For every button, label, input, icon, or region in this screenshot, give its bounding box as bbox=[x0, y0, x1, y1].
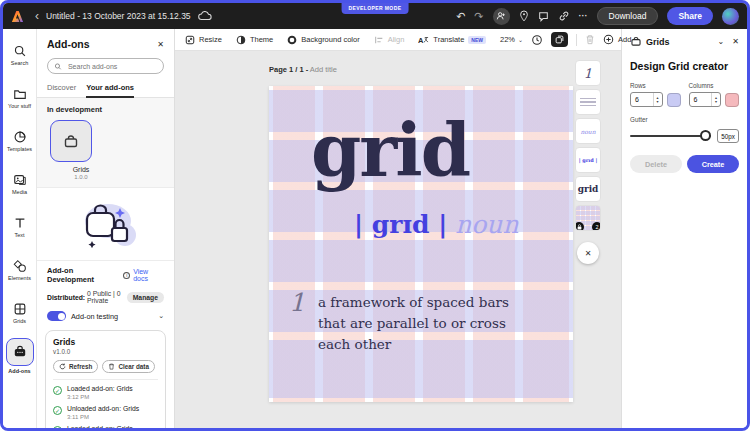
trash-icon bbox=[108, 363, 115, 370]
invite-people-icon[interactable] bbox=[493, 8, 510, 25]
manage-button[interactable]: Manage bbox=[127, 292, 164, 303]
create-button[interactable]: Create bbox=[687, 155, 739, 173]
avatar[interactable] bbox=[722, 8, 739, 25]
more-options-icon[interactable]: ··· bbox=[579, 12, 588, 21]
layer-thumb-paragraph[interactable] bbox=[575, 89, 601, 115]
artwork-definition[interactable]: a framework of spaced bars that are para… bbox=[318, 292, 509, 355]
lock-icon bbox=[575, 222, 584, 231]
success-check-icon: ✓ bbox=[53, 426, 62, 428]
success-check-icon: ✓ bbox=[53, 386, 62, 395]
layer-thumb-noun[interactable]: noun bbox=[575, 118, 601, 144]
search-input[interactable] bbox=[66, 62, 157, 71]
artwork-word[interactable]: grid bbox=[311, 108, 469, 193]
translate-button[interactable]: A Translate NEW bbox=[418, 35, 486, 45]
delete-icon bbox=[585, 34, 595, 45]
comment-icon[interactable] bbox=[538, 11, 549, 22]
page-title-placeholder[interactable]: Add title bbox=[310, 65, 337, 74]
back-chevron-icon[interactable]: ‹ bbox=[35, 10, 39, 22]
tile-label: Grids bbox=[60, 166, 102, 173]
folder-icon bbox=[13, 87, 27, 101]
add-on-dev-tools-button[interactable] bbox=[551, 32, 568, 47]
adobe-logo[interactable] bbox=[11, 10, 24, 23]
stepper-arrows[interactable]: ▴▾ bbox=[653, 93, 662, 106]
canvas-toolbar: Resize Theme Background color Align A Tr… bbox=[175, 29, 621, 51]
columns-stepper[interactable]: 6 ▴▾ bbox=[689, 92, 722, 107]
grids-add-on-panel: Grids ⌄ ✕ Design Grid creator Rows 6 ▴▾ bbox=[621, 29, 747, 428]
rows-color-swatch[interactable] bbox=[667, 93, 681, 107]
sidebar-item-your-stuff[interactable]: Your stuff bbox=[3, 76, 37, 119]
panel-tabs: Discover Your add-ons bbox=[37, 80, 174, 98]
clear-data-button[interactable]: Clear data bbox=[102, 360, 154, 373]
columns-color-swatch[interactable] bbox=[725, 93, 739, 107]
close-panel-icon[interactable]: ✕ bbox=[157, 40, 164, 49]
refresh-icon bbox=[59, 363, 66, 370]
gutter-value-field[interactable]: 50px bbox=[717, 129, 739, 143]
cloud-sync-icon bbox=[198, 11, 212, 21]
sidebar-item-add-ons[interactable]: Add-ons bbox=[3, 334, 37, 377]
layer-thumb-number[interactable]: 1 bbox=[575, 60, 601, 86]
rows-stepper[interactable]: 6 ▴▾ bbox=[630, 92, 663, 107]
sidebar-item-grids[interactable]: Grids bbox=[3, 291, 37, 334]
background-color-button[interactable]: Background color bbox=[287, 35, 359, 45]
sidebar-item-templates[interactable]: Templates bbox=[3, 119, 37, 162]
resize-button[interactable]: Resize bbox=[185, 35, 222, 45]
canvas-area: Resize Theme Background color Align A Tr… bbox=[175, 29, 621, 428]
view-docs-link[interactable]: View docs bbox=[133, 268, 164, 282]
add-on-icon bbox=[630, 36, 642, 47]
search-add-ons-field[interactable] bbox=[47, 58, 164, 74]
add-on-testing-toggle[interactable] bbox=[47, 311, 66, 321]
layer-thumb-grid[interactable]: 2 bbox=[575, 205, 601, 231]
align-button: Align bbox=[374, 35, 405, 45]
stepper-arrows[interactable]: ▴▾ bbox=[711, 93, 720, 106]
gutter-slider-track[interactable] bbox=[630, 135, 711, 137]
add-icon bbox=[603, 34, 614, 45]
add-button[interactable]: Add bbox=[603, 34, 631, 45]
collapse-chevron-icon[interactable]: ⌄ bbox=[718, 37, 725, 46]
background-color-icon bbox=[287, 35, 297, 45]
page-label: Page 1 / 1 - Add title bbox=[269, 65, 337, 74]
add-ons-icon bbox=[13, 345, 27, 358]
undo-icon[interactable]: ↶ bbox=[456, 11, 465, 22]
design-grid-creator-heading: Design Grid creator bbox=[630, 60, 739, 72]
sidebar-item-elements[interactable]: Elements bbox=[3, 248, 37, 291]
theme-icon bbox=[236, 35, 246, 45]
link-icon[interactable] bbox=[558, 10, 570, 22]
resize-icon bbox=[185, 35, 195, 45]
add-on-tile-icon bbox=[63, 134, 79, 149]
artwork-sense-number[interactable]: 1 bbox=[289, 288, 305, 317]
close-selection-button[interactable]: ✕ bbox=[577, 242, 599, 264]
share-button[interactable]: Share bbox=[667, 7, 713, 25]
theme-button[interactable]: Theme bbox=[236, 35, 273, 45]
artboard[interactable]: grid | grɪd | noun 1 a framework of spac… bbox=[269, 86, 573, 402]
pin-icon[interactable] bbox=[519, 10, 529, 22]
sidebar-item-media[interactable]: Media bbox=[3, 162, 37, 205]
document-title[interactable]: Untitled - 13 October 2023 at 15.12.35 bbox=[46, 11, 191, 21]
history-icon[interactable] bbox=[531, 34, 543, 46]
sidebar-item-text[interactable]: Text bbox=[3, 205, 37, 248]
card-add-on-version: v1.0.0 bbox=[53, 348, 158, 355]
media-icon bbox=[13, 173, 27, 187]
layer-thumb-word[interactable]: grid bbox=[575, 176, 601, 202]
redo-icon[interactable]: ↷ bbox=[474, 11, 483, 22]
card-add-on-name: Grids bbox=[53, 337, 158, 347]
refresh-button[interactable]: Refresh bbox=[53, 360, 98, 373]
download-button[interactable]: Download bbox=[597, 7, 659, 25]
add-ons-panel: Add-ons ✕ Discover Your add-ons In devel… bbox=[37, 29, 175, 428]
chevron-down-icon[interactable]: ⌄ bbox=[158, 312, 164, 320]
grids-add-on-tile[interactable] bbox=[50, 120, 92, 162]
search-icon bbox=[13, 44, 27, 58]
align-icon bbox=[374, 35, 384, 45]
close-panel-icon[interactable]: ✕ bbox=[732, 37, 739, 46]
gutter-slider-knob[interactable] bbox=[700, 130, 711, 141]
delete-button[interactable]: Delete bbox=[630, 155, 682, 173]
zoom-control[interactable]: 22% ⌄ bbox=[500, 35, 523, 44]
chevron-down-icon: ⌄ bbox=[518, 36, 523, 43]
artwork-pronunciation[interactable]: | grɪd | noun bbox=[354, 210, 519, 239]
info-icon[interactable]: i bbox=[123, 272, 130, 279]
sidebar-item-search[interactable]: Search bbox=[3, 33, 37, 76]
layer-thumb-pronunciation[interactable]: | grɪd | bbox=[575, 147, 601, 173]
tab-discover[interactable]: Discover bbox=[47, 80, 76, 97]
developer-mode-badge: DEVELOPER MODE bbox=[342, 3, 409, 14]
panel-title: Add-ons bbox=[47, 38, 90, 50]
tab-your-add-ons[interactable]: Your add-ons bbox=[86, 80, 134, 98]
